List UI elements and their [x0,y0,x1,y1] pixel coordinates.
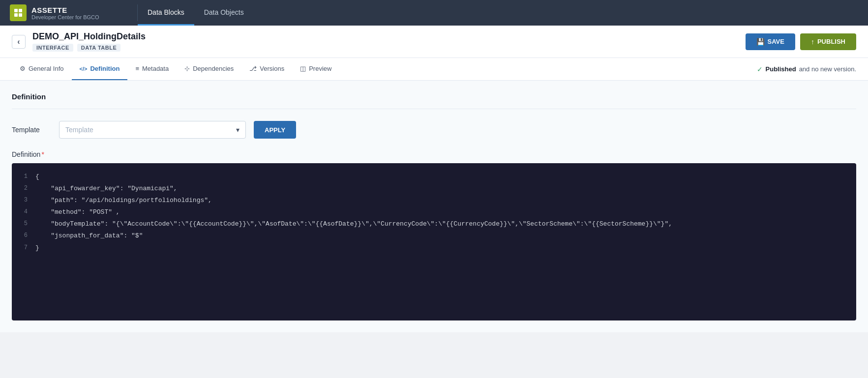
nav-tab-data-objects[interactable]: Data Objects [194,0,254,26]
code-line-2: 2 "api_fowarder_key": "Dynamicapi", [12,183,856,195]
code-line-1: 1 { [12,171,856,183]
top-nav: ASSETTE Developer Center for BGCO Data B… [0,0,868,26]
metadata-icon: ≡ [135,65,139,72]
main-content: Definition Template Template ▾ APPLY Def… [0,81,868,332]
code-line-5: 5 "bodyTemplate": "{\"AccountCode\":\"{{… [12,218,856,230]
template-row: Template Template ▾ APPLY [12,121,856,139]
definition-field: Definition* 1 { 2 "api_fowarder_key": "D… [12,150,856,320]
publish-icon: ↑ [811,38,814,46]
template-select-value: Template [65,126,93,134]
published-bold: Published [766,65,796,73]
code-line-3: 3 "path": "/api/holdings/portfolioholdin… [12,195,856,206]
line-content: } [35,243,39,254]
line-content: "bodyTemplate": "{\"AccountCode\":\"{{Ac… [35,219,672,230]
brand: ASSETTE Developer Center for BGCO [0,4,138,21]
save-icon: 💾 [756,38,765,46]
line-number: 6 [12,231,35,241]
page-title: DEMO_API_HoldingDetails [32,31,146,42]
line-content: "method": "POST" , [35,207,120,218]
section-divider [12,109,856,109]
template-select[interactable]: Template ▾ [59,121,246,139]
nav-tab-data-blocks[interactable]: Data Blocks [138,0,194,26]
back-icon: ‹ [17,37,20,46]
code-line-4: 4 "method": "POST" , [12,206,856,218]
line-number: 1 [12,172,35,182]
publish-button[interactable]: ↑ PUBLISH [800,33,856,50]
content-tabs: ⚙ General Info </> Definition ≡ Metadata… [0,58,868,81]
content-tabs-list: ⚙ General Info </> Definition ≡ Metadata… [12,58,339,80]
page-header: ‹ DEMO_API_HoldingDetails INTERFACE DATA… [0,26,868,58]
brand-name: ASSETTE [31,6,99,14]
line-number: 5 [12,219,35,230]
published-rest: and no new version. [799,65,856,73]
save-button[interactable]: 💾 SAVE [746,33,795,50]
code-editor[interactable]: 1 { 2 "api_fowarder_key": "Dynamicapi", … [12,163,856,320]
page-title-group: DEMO_API_HoldingDetails INTERFACE DATA T… [32,31,146,52]
tab-versions[interactable]: ⎇ Versions [241,58,292,80]
template-label: Template [12,126,51,134]
tab-definition[interactable]: </> Definition [72,58,128,80]
code-line-6: 6 "jsonpath_for_data": "$" [12,230,856,242]
brand-text: ASSETTE Developer Center for BGCO [31,6,99,20]
svg-rect-1 [19,9,22,12]
tab-metadata[interactable]: ≡ Metadata [127,58,177,80]
page-header-left: ‹ DEMO_API_HoldingDetails INTERFACE DATA… [12,31,146,52]
definition-label: Definition* [12,150,856,158]
apply-button[interactable]: APPLY [254,121,296,139]
general-info-icon: ⚙ [20,65,26,72]
dependencies-icon: ⊹ [184,65,190,72]
preview-icon: ◫ [300,65,306,72]
tab-general-info[interactable]: ⚙ General Info [12,58,72,80]
brand-sub: Developer Center for BGCO [31,14,99,20]
section-title: Definition [12,92,856,101]
line-number: 3 [12,195,35,206]
line-number: 7 [12,243,35,254]
line-content: "jsonpath_for_data": "$" [35,231,143,241]
svg-rect-2 [14,13,18,17]
line-content: "path": "/api/holdings/portfolioholdings… [35,195,212,206]
published-icon: ✓ [757,65,763,73]
tab-preview[interactable]: ◫ Preview [292,58,339,80]
header-actions: 💾 SAVE ↑ PUBLISH [746,33,857,50]
svg-rect-3 [19,13,22,17]
back-button[interactable]: ‹ [12,35,26,49]
badge-data-table: DATA TABLE [77,44,120,52]
required-marker: * [41,150,44,158]
chevron-down-icon: ▾ [236,126,239,134]
line-content: "api_fowarder_key": "Dynamicapi", [35,183,178,194]
line-number: 2 [12,183,35,194]
tab-dependencies[interactable]: ⊹ Dependencies [177,58,241,80]
brand-logo [10,4,27,21]
versions-icon: ⎇ [249,65,257,72]
line-number: 4 [12,207,35,218]
svg-rect-0 [14,9,18,12]
badge-interface: INTERFACE [32,44,73,52]
definition-icon: </> [80,66,88,72]
line-content: { [35,172,39,182]
nav-tabs: Data Blocks Data Objects [138,0,254,26]
published-status: ✓ Published and no new version. [757,65,856,73]
code-line-7: 7 } [12,242,856,254]
page-badges: INTERFACE DATA TABLE [32,44,146,52]
